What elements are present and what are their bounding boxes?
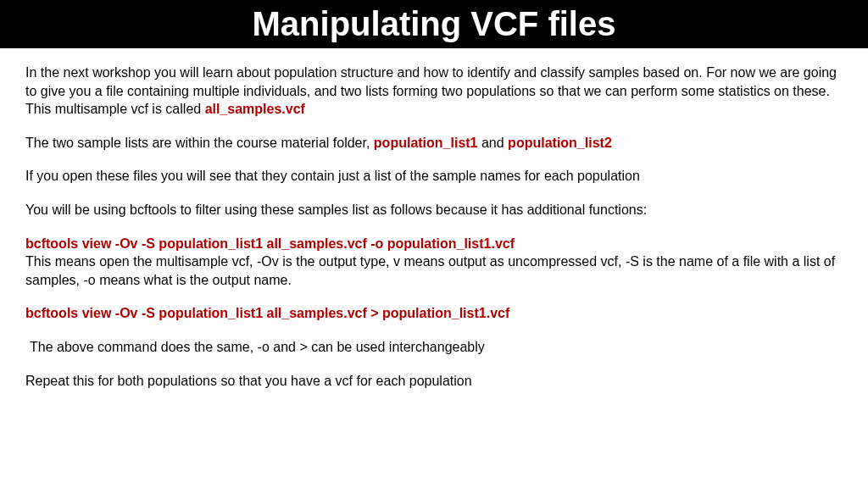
command-1: bcftools view -Ov -S population_list1 al… bbox=[25, 235, 843, 253]
command-1-explanation: This means open the multisample vcf, -Ov… bbox=[25, 252, 843, 289]
paragraph-sample-lists: The two sample lists are within the cour… bbox=[25, 134, 843, 152]
text: In the next workshop you will learn abou… bbox=[25, 65, 837, 116]
command-block-1: bcftools view -Ov -S population_list1 al… bbox=[25, 235, 843, 290]
filename-all-samples: all_samples.vcf bbox=[205, 102, 305, 116]
command-2: bcftools view -Ov -S population_list1 al… bbox=[25, 304, 843, 323]
paragraph-repeat: Repeat this for both populations so that… bbox=[25, 372, 843, 391]
paragraph-bcftools-intro: You will be using bcftools to filter usi… bbox=[25, 201, 843, 219]
paragraph-cmd-note: The above command does the same, -o and … bbox=[25, 338, 843, 357]
paragraph-intro: In the next workshop you will learn abou… bbox=[25, 64, 843, 119]
paragraph-file-contents: If you open these files you will see tha… bbox=[25, 167, 843, 186]
command-block-2: bcftools view -Ov -S population_list1 al… bbox=[25, 304, 843, 323]
text: and bbox=[478, 136, 509, 150]
content-area: In the next workshop you will learn abou… bbox=[0, 48, 868, 420]
page-title: Manipulating VCF files bbox=[0, 0, 868, 48]
filename-pop1: population_list1 bbox=[374, 136, 478, 150]
text: The two sample lists are within the cour… bbox=[25, 136, 374, 150]
filename-pop2: population_list2 bbox=[508, 136, 612, 150]
